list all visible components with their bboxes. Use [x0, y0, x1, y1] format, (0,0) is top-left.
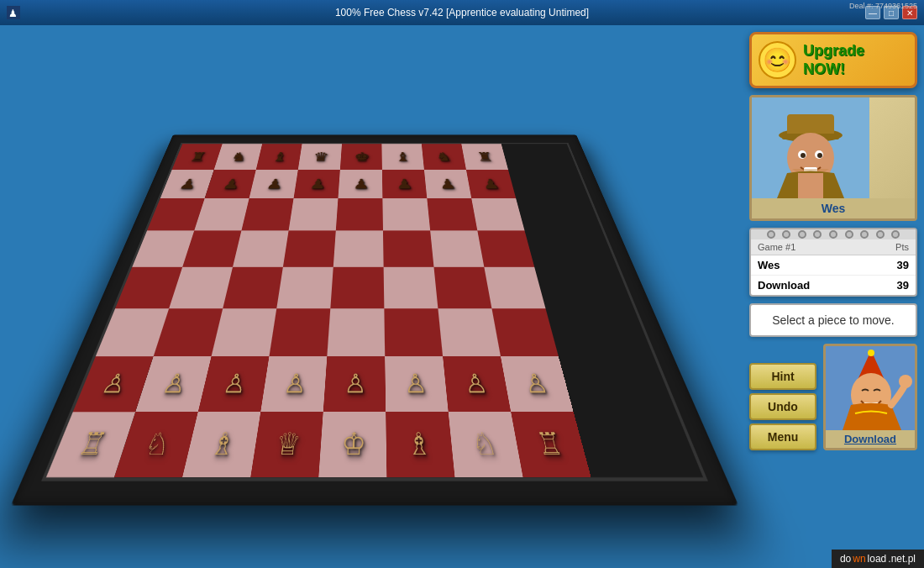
cell-d8[interactable]: ♛: [298, 144, 342, 170]
watermark-highlight: wn: [853, 553, 865, 565]
upgrade-line2: NOW!: [803, 60, 864, 79]
cell-c5[interactable]: [233, 230, 289, 266]
score-header: Game #1 Pts: [751, 239, 916, 255]
svg-point-15: [868, 350, 874, 356]
cell-g6[interactable]: [427, 198, 477, 230]
cell-h2[interactable]: ♙: [501, 356, 574, 412]
ring-5: [829, 230, 837, 239]
cell-e8[interactable]: ♚: [340, 144, 382, 170]
cell-e4[interactable]: [330, 267, 384, 308]
cell-h1[interactable]: ♖: [511, 412, 591, 477]
score-player-2: Download: [758, 279, 810, 292]
cell-c3[interactable]: [212, 308, 277, 356]
cell-d1[interactable]: ♕: [250, 412, 323, 477]
cell-g3[interactable]: [438, 308, 501, 356]
board-frame: ♜ ♞ ♝ ♛ ♚ ♝ ♞ ♜ ♟ ♟ ♟ ♟ ♟ ♟: [11, 134, 738, 505]
title-bar: ♟ 100% Free Chess v7.42 [Apprentice eval…: [0, 0, 924, 25]
svg-rect-12: [798, 173, 823, 198]
cell-h7[interactable]: ♟: [466, 170, 516, 198]
cell-h4[interactable]: [484, 267, 545, 308]
cell-g2[interactable]: ♙: [443, 356, 511, 412]
cell-g4[interactable]: [433, 267, 491, 308]
cell-f7[interactable]: ♟: [382, 170, 427, 198]
player-avatar: Download: [823, 344, 917, 450]
cell-c2[interactable]: ♙: [198, 356, 270, 412]
cell-f1[interactable]: ♗: [386, 412, 454, 477]
menu-button[interactable]: Menu: [749, 423, 816, 450]
chess-board-3d: ♜ ♞ ♝ ♛ ♚ ♝ ♞ ♜ ♟ ♟ ♟ ♟ ♟ ♟: [0, 134, 778, 568]
cell-f2[interactable]: ♙: [385, 356, 448, 412]
cell-e2[interactable]: ♙: [323, 356, 386, 412]
svg-point-17: [899, 375, 912, 388]
main-content: ♜ ♞ ♝ ♛ ♚ ♝ ♞ ♜ ♟ ♟ ♟ ♟ ♟ ♟: [0, 25, 924, 568]
cell-h8[interactable]: ♜: [461, 144, 508, 170]
cell-g8[interactable]: ♞: [422, 144, 466, 170]
title-bar-left: ♟: [7, 6, 20, 19]
score-panel: Game #1 Pts Wes 39 Download 39: [749, 228, 917, 297]
upgrade-text: Upgrade NOW!: [803, 42, 864, 78]
svg-text:♟: ♟: [8, 8, 18, 19]
player-avatar-image: [826, 346, 917, 430]
ring-1: [767, 230, 775, 239]
watermark-prefix: do: [840, 553, 851, 565]
opponent-name: Wes: [752, 198, 915, 218]
cell-f8[interactable]: ♝: [381, 144, 423, 170]
cell-h5[interactable]: [477, 230, 534, 266]
undo-button[interactable]: Undo: [749, 393, 816, 420]
cell-h6[interactable]: [471, 198, 524, 230]
chess-area: ♜ ♞ ♝ ♛ ♚ ♝ ♞ ♜ ♟ ♟ ♟ ♟ ♟ ♟: [7, 32, 743, 561]
ring-9: [891, 230, 900, 239]
ring-6: [845, 230, 853, 239]
cell-e5[interactable]: [333, 230, 384, 266]
cell-e1[interactable]: ♔: [318, 412, 386, 477]
ring-2: [782, 230, 790, 239]
upgrade-button[interactable]: 😊 Upgrade NOW!: [749, 32, 917, 88]
cell-b8[interactable]: ♞: [214, 144, 262, 170]
cell-e6[interactable]: [336, 198, 383, 230]
cell-f3[interactable]: [384, 308, 443, 356]
ring-4: [813, 230, 822, 239]
cell-f6[interactable]: [382, 198, 430, 230]
watermark-suffix: load: [868, 553, 887, 565]
cell-d5[interactable]: [283, 230, 336, 266]
cell-b7[interactable]: ♟: [205, 170, 256, 198]
cell-g1[interactable]: ♘: [449, 412, 523, 477]
cell-d3[interactable]: [269, 308, 330, 356]
cell-h3[interactable]: [491, 308, 558, 356]
cell-c8[interactable]: ♝: [256, 144, 302, 170]
ring-3: [798, 230, 806, 239]
cell-c6[interactable]: [241, 198, 293, 230]
cell-b6[interactable]: [194, 198, 249, 230]
cell-c7[interactable]: ♟: [249, 170, 298, 198]
game-label: Game #1: [758, 242, 795, 252]
window-title: 100% Free Chess v7.42 [Apprentice evalua…: [335, 7, 589, 18]
hint-button[interactable]: Hint: [749, 363, 816, 390]
cell-d2[interactable]: ♙: [260, 356, 327, 412]
svg-point-9: [801, 153, 806, 158]
cell-c4[interactable]: [223, 267, 283, 308]
cell-e7[interactable]: ♟: [338, 170, 382, 198]
board-grid[interactable]: ♜ ♞ ♝ ♛ ♚ ♝ ♞ ♜ ♟ ♟ ♟ ♟ ♟ ♟: [41, 143, 708, 481]
cell-g7[interactable]: ♟: [424, 170, 471, 198]
opponent-avatar-image: [752, 97, 869, 198]
cell-f4[interactable]: [384, 267, 438, 308]
score-pts-2: 39: [897, 279, 909, 292]
smiley-icon: 😊: [759, 41, 796, 79]
ring-7: [860, 230, 869, 239]
cell-d6[interactable]: [289, 198, 339, 230]
cell-e3[interactable]: [327, 308, 385, 356]
cell-d4[interactable]: [276, 267, 333, 308]
cell-f5[interactable]: [383, 230, 434, 266]
player-name[interactable]: Download: [826, 430, 915, 448]
app-icon: ♟: [7, 6, 20, 19]
cell-d7[interactable]: ♟: [294, 170, 340, 198]
bottom-section: Hint Undo Menu: [749, 344, 917, 450]
upgrade-line1: Upgrade: [803, 42, 864, 60]
ring-8: [876, 230, 885, 239]
cell-g5[interactable]: [430, 230, 484, 266]
notebook-rings: [751, 229, 916, 239]
score-pts-1: 39: [897, 259, 909, 271]
opponent-avatar: Wes: [749, 95, 917, 221]
action-buttons: Hint Undo Menu: [749, 363, 816, 450]
score-player-1: Wes: [758, 259, 780, 271]
